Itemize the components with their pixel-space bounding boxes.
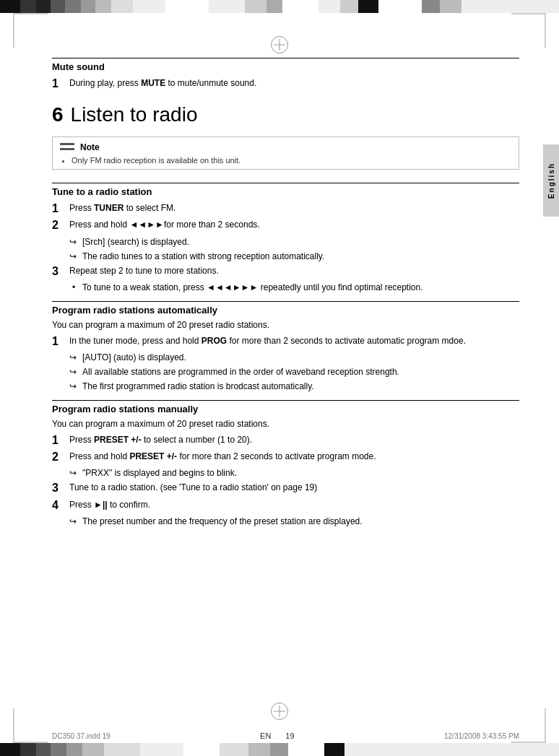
arrow-symbol-4: ↪ xyxy=(69,365,82,378)
arrow-symbol-1: ↪ xyxy=(69,235,82,248)
prog-manual-step-4-bold: ►|| xyxy=(94,500,108,510)
prog-auto-arrow-3: ↪ The first programmed radio station is … xyxy=(69,380,519,393)
prog-manual-intro: You can program a maximum of 20 preset r… xyxy=(52,419,519,429)
mute-sound-title: Mute sound xyxy=(52,61,519,72)
note-header-text: Note xyxy=(80,142,100,152)
bottom-decorative-bar xyxy=(0,743,559,756)
tune-step-2: 2 Press and hold ◄◄►►for more than 2 sec… xyxy=(52,218,519,232)
listen-radio-text: Listen to radio xyxy=(71,103,198,126)
prog-manual-divider xyxy=(52,400,519,401)
prog-auto-step-1-bold: PROG xyxy=(202,336,227,346)
tune-step-1-rest: to select FM. xyxy=(124,203,176,213)
footer-lang: EN xyxy=(260,731,271,740)
prog-auto-step-1-content: In the tuner mode, press and hold PROG f… xyxy=(69,334,519,347)
footer-right: 12/31/2008 3:43:55 PM xyxy=(444,732,519,740)
prog-manual-title: Program radio stations manually xyxy=(52,404,519,414)
tune-step-2-arrow-1-text: [Srch] (search) is displayed. xyxy=(82,235,189,248)
tune-step-2-bold: ◄◄►► xyxy=(129,220,164,230)
prog-manual-step-4-arrow: ↪ The preset number and the frequency of… xyxy=(69,515,519,528)
language-label: English xyxy=(547,162,555,199)
listen-radio-num: 6 xyxy=(52,103,64,126)
prog-manual-step-2-arrow-text: "PRXX" is displayed and begins to blink. xyxy=(82,466,237,479)
tune-step-1-bold: TUNER xyxy=(94,203,124,213)
prog-auto-steps: 1 In the tuner mode, press and hold PROG… xyxy=(52,334,519,393)
mute-sound-divider xyxy=(52,58,519,58)
tune-step-2-arrow-2-text: The radio tunes to a station with strong… xyxy=(82,250,324,263)
arrow-symbol-6: ↪ xyxy=(69,466,82,479)
prog-manual-step-2: 2 Press and hold PRESET +/- for more tha… xyxy=(52,450,519,464)
prog-manual-step-1: 1 Press PRESET +/- to select a number (1… xyxy=(52,433,519,447)
tune-step-num-2: 2 xyxy=(52,218,69,232)
tune-radio-title: Tune to a radio station xyxy=(52,186,519,197)
prog-auto-arrow-3-text: The first programmed radio station is br… xyxy=(82,380,314,393)
tune-step-3-content: Repeat step 2 to tune to more stations. xyxy=(69,264,519,277)
arrow-symbol-2: ↪ xyxy=(69,250,82,263)
prog-manual-step-2-text: Press and hold xyxy=(69,451,129,461)
prog-manual-step-3-content: Tune to a radio station. (see 'Tune to a… xyxy=(69,481,519,494)
prog-manual-step-num-3: 3 xyxy=(52,481,69,495)
mute-step-1-text: During play, press xyxy=(69,78,141,88)
mute-step-1-rest: to mute/unmute sound. xyxy=(165,78,256,88)
prog-auto-divider xyxy=(52,301,519,302)
prog-auto-arrow-2: ↪ All available stations are programmed … xyxy=(69,365,519,378)
tune-step-1-text: Press xyxy=(69,203,94,213)
step-num-1: 1 xyxy=(52,77,69,90)
note-item-1: Only FM radio reception is available on … xyxy=(72,156,511,165)
prog-auto-step-1: 1 In the tuner mode, press and hold PROG… xyxy=(52,334,519,348)
arrow-symbol-3: ↪ xyxy=(69,351,82,364)
prog-manual-step-num-1: 1 xyxy=(52,433,69,447)
corner-decoration-bl xyxy=(13,708,48,743)
arrow-symbol-7: ↪ xyxy=(69,515,82,528)
mute-step-1-bold: MUTE xyxy=(141,78,165,88)
prog-manual-step-2-arrow: ↪ "PRXX" is displayed and begins to blin… xyxy=(69,466,519,479)
prog-manual-step-2-content: Press and hold PRESET +/- for more than … xyxy=(69,450,519,463)
tune-step-3-bullet-text: To tune to a weak station, press ◄◄◄►►► … xyxy=(82,281,423,294)
prog-manual-step-3: 3 Tune to a radio station. (see 'Tune to… xyxy=(52,481,519,495)
prog-manual-step-num-4: 4 xyxy=(52,498,69,512)
prog-manual-step-4-content: Press ►|| to confirm. xyxy=(69,498,519,511)
bullet-symbol: • xyxy=(72,281,82,294)
tune-step-2-text: Press and hold xyxy=(69,220,129,230)
note-header: Note xyxy=(60,142,511,153)
tune-step-2-arrow-1: ↪ [Srch] (search) is displayed. xyxy=(69,235,519,248)
tune-step-2-content: Press and hold ◄◄►►for more than 2 secon… xyxy=(69,218,519,231)
tune-step-1-content: Press TUNER to select FM. xyxy=(69,201,519,214)
prog-auto-arrow-2-text: All available stations are programmed in… xyxy=(82,365,399,378)
mute-sound-steps: 1 During play, press MUTE to mute/unmute… xyxy=(52,77,519,90)
footer-left: DC350 37.indd 19 xyxy=(52,732,110,740)
prog-manual-step-1-bold: PRESET +/- xyxy=(94,435,142,445)
prog-manual-step-num-2: 2 xyxy=(52,450,69,464)
tune-step-2-arrow-2: ↪ The radio tunes to a station with stro… xyxy=(69,250,519,263)
corner-decoration-tl xyxy=(13,13,48,48)
note-box: Note Only FM radio reception is availabl… xyxy=(52,136,519,170)
tune-step-3: 3 Repeat step 2 to tune to more stations… xyxy=(52,264,519,278)
prog-auto-arrow-1: ↪ [AUTO] (auto) is displayed. xyxy=(69,351,519,364)
mute-step-1: 1 During play, press MUTE to mute/unmute… xyxy=(52,77,519,90)
prog-auto-intro: You can program a maximum of 20 preset r… xyxy=(52,320,519,330)
tune-step-2-rest: for more than 2 seconds. xyxy=(164,220,260,230)
tune-step-1: 1 Press TUNER to select FM. xyxy=(52,201,519,215)
listen-radio-heading: 6Listen to radio xyxy=(52,103,519,126)
prog-manual-step-4-rest: to confirm. xyxy=(108,500,150,510)
language-tab: English xyxy=(543,144,559,217)
prog-manual-step-4: 4 Press ►|| to confirm. xyxy=(52,498,519,512)
corner-decoration-tr xyxy=(511,13,546,48)
prog-manual-step-4-arrow-text: The preset number and the frequency of t… xyxy=(82,515,363,528)
prog-auto-step-1-rest: for more than 2 seconds to activate auto… xyxy=(227,336,466,346)
prog-manual-step-2-rest: for more than 2 seconds to activate prog… xyxy=(177,451,376,461)
crosshair-top xyxy=(271,36,288,53)
arrow-symbol-5: ↪ xyxy=(69,380,82,393)
prog-manual-step-1-content: Press PRESET +/- to select a number (1 t… xyxy=(69,433,519,446)
footer-page-num: 19 xyxy=(285,731,294,740)
tune-step-3-bullet: • To tune to a weak station, press ◄◄◄►►… xyxy=(72,281,519,294)
tune-step-num-3: 3 xyxy=(52,264,69,278)
prog-auto-title: Program radio stations automatically xyxy=(52,305,519,316)
tune-step-num-1: 1 xyxy=(52,201,69,215)
prog-manual-step-4-text: Press xyxy=(69,500,94,510)
mute-step-1-content: During play, press MUTE to mute/unmute s… xyxy=(69,77,519,90)
page-footer: DC350 37.indd 19 EN 19 12/31/2008 3:43:5… xyxy=(52,731,519,740)
prog-auto-arrow-1-text: [AUTO] (auto) is displayed. xyxy=(82,351,186,364)
tune-radio-steps: 1 Press TUNER to select FM. 2 Press and … xyxy=(52,201,519,294)
prog-manual-steps: 1 Press PRESET +/- to select a number (1… xyxy=(52,433,519,528)
prog-auto-step-num-1: 1 xyxy=(52,334,69,348)
